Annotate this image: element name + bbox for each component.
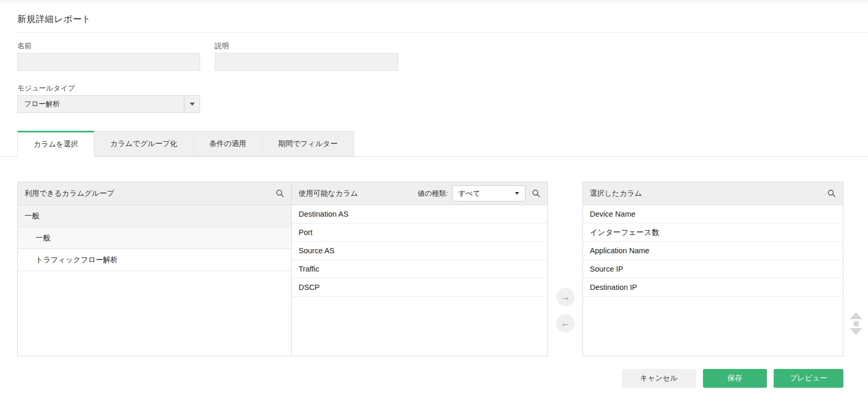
preview-button[interactable]: プレビュー — [774, 369, 843, 388]
column-picker-panel: 利用できるカラムグループ 一般 一般 トラフィックフロー解析 使用可能なカラム … — [17, 182, 548, 356]
selected-columns-header: 選択したカラム — [583, 182, 843, 205]
column-groups-title: 利用できるカラムグループ — [25, 189, 114, 198]
tab-select-columns[interactable]: カラムを選択 — [17, 131, 94, 157]
move-right-button[interactable]: → — [556, 288, 575, 306]
value-type-label: 値の種類: — [417, 189, 448, 198]
tab-filter-by-period[interactable]: 期間でフィルター — [262, 131, 354, 156]
available-column-groups-panel: 利用できるカラムグループ 一般 一般 トラフィックフロー解析 — [18, 182, 292, 356]
column-group-item[interactable]: 一般 — [18, 205, 291, 227]
search-icon — [827, 189, 836, 198]
available-columns-title: 使用可能なカラム — [299, 189, 358, 198]
column-group-item[interactable]: 一般 — [18, 227, 291, 249]
page-title: 新規詳細レポート — [17, 13, 91, 25]
description-input[interactable] — [215, 53, 398, 71]
value-type-select[interactable]: すべて — [452, 185, 525, 201]
name-input[interactable] — [17, 53, 200, 71]
module-type-label: モジュールタイプ — [17, 84, 75, 93]
column-groups-search-button[interactable] — [276, 189, 284, 198]
search-icon — [276, 189, 284, 198]
selected-column-item[interactable]: Destination IP — [583, 278, 843, 297]
value-type-selected-value: すべて — [458, 189, 480, 198]
module-type-dropdown-button[interactable] — [184, 96, 200, 113]
selected-column-item[interactable]: インターフェース数 — [583, 223, 843, 242]
selected-column-item[interactable]: Application Name — [583, 242, 843, 260]
module-type-value: フロー解析 — [18, 96, 184, 113]
available-column-item[interactable]: Traffic — [292, 260, 547, 278]
footer-actions: キャンセル 保存 プレビュー — [622, 369, 843, 388]
selected-columns-panel: 選択したカラム Device Name インターフェース数 Applicatio… — [583, 182, 843, 356]
available-column-item[interactable]: Source AS — [292, 242, 547, 260]
scroll-up-icon[interactable] — [850, 312, 862, 319]
column-group-item[interactable]: トラフィックフロー解析 — [18, 249, 291, 271]
left-arrow-icon: ← — [561, 318, 570, 328]
scroll-handle-icon[interactable] — [853, 321, 859, 327]
available-column-item[interactable]: Destination AS — [292, 205, 547, 223]
vertical-scroll-spinner[interactable] — [848, 312, 864, 335]
available-columns-panel: 使用可能なカラム 値の種類: すべて Destination AS Port S… — [292, 182, 547, 356]
description-label: 説明 — [215, 41, 229, 51]
report-config-tabbar: カラムを選択 カラムでグループ化 条件の適用 期間でフィルター — [0, 131, 868, 157]
selected-columns-title: 選択したカラム — [590, 189, 642, 198]
available-column-item[interactable]: Port — [292, 223, 547, 242]
tab-apply-conditions[interactable]: 条件の適用 — [194, 131, 262, 156]
save-button[interactable]: 保存 — [703, 369, 767, 388]
right-arrow-icon: → — [561, 292, 570, 302]
available-columns-header: 使用可能なカラム 値の種類: すべて — [292, 182, 547, 205]
name-label: 名前 — [17, 41, 31, 51]
chevron-down-icon — [515, 192, 519, 195]
new-detail-report-page: 新規詳細レポート 名前 説明 モジュールタイプ フロー解析 カラムを選択 カラム… — [0, 0, 868, 393]
cancel-button[interactable]: キャンセル — [622, 369, 696, 388]
search-icon — [532, 189, 541, 198]
selected-column-item[interactable]: Source IP — [583, 260, 843, 278]
module-type-select[interactable]: フロー解析 — [17, 95, 200, 113]
title-divider — [16, 32, 868, 33]
move-left-button[interactable]: ← — [556, 314, 575, 332]
available-column-item[interactable]: DSCP — [292, 278, 547, 297]
available-columns-search-button[interactable] — [532, 189, 541, 198]
scroll-down-icon[interactable] — [850, 328, 862, 335]
column-groups-header: 利用できるカラムグループ — [18, 182, 291, 205]
tab-group-by-columns[interactable]: カラムでグループ化 — [94, 131, 193, 156]
chevron-down-icon — [190, 103, 195, 106]
selected-columns-search-button[interactable] — [827, 189, 836, 198]
top-strip — [0, 0, 868, 3]
selected-column-item[interactable]: Device Name — [583, 205, 843, 223]
